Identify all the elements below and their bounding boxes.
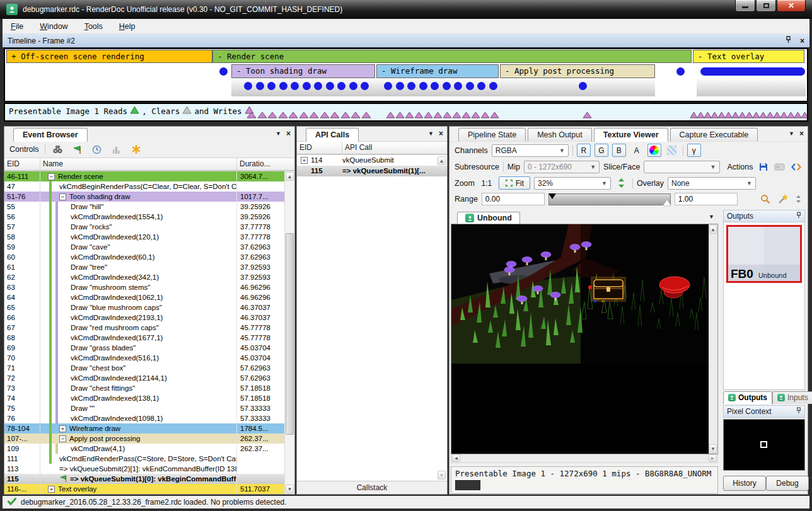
scroll-down-icon[interactable]: ▼ [286, 485, 294, 493]
event-row[interactable]: 64vkCmdDrawIndexed(1062,1)46.96296 [4, 292, 284, 302]
find-icon[interactable] [51, 143, 65, 156]
event-row[interactable]: 51-76−Toon shading draw1017.7... [4, 192, 284, 202]
callstack-footer[interactable]: Callstack [297, 481, 447, 494]
draw-events-bar[interactable] [700, 67, 805, 76]
write-marker-triangle[interactable] [288, 112, 298, 118]
draw-event-dot[interactable] [396, 82, 404, 90]
overlay-select[interactable]: None▼ [668, 177, 756, 190]
event-row[interactable]: 76vkCmdDrawIndexed(1098,1)57.33333 [4, 413, 284, 423]
draw-event-dot[interactable] [579, 82, 587, 90]
panel-close-icon[interactable]: × [439, 129, 443, 138]
open-resource-icon[interactable] [790, 161, 803, 174]
write-marker-triangle[interactable] [278, 112, 288, 118]
panel-close-icon[interactable]: × [286, 129, 291, 138]
write-marker-triangle[interactable] [361, 112, 371, 118]
event-row[interactable]: 71Draw "chest box"57.62963 [4, 363, 284, 373]
flip-y-icon[interactable] [615, 176, 629, 190]
tab-pipeline-state[interactable]: Pipeline State [458, 128, 526, 141]
col-eid[interactable]: EID [297, 142, 342, 154]
write-marker-triangle[interactable] [340, 112, 351, 118]
write-marker-triangle[interactable] [405, 112, 414, 118]
draw-event-dot[interactable] [489, 82, 497, 90]
write-marker-triangle[interactable] [299, 112, 309, 118]
event-row[interactable]: 58vkCmdDrawIndexed(120,1)37.77778 [4, 232, 284, 242]
menu-item-file[interactable]: File [3, 20, 32, 33]
timeline-marker[interactable]: - Text overlay [693, 50, 804, 63]
sliceface-select[interactable]: ▼ [644, 161, 719, 173]
draw-event-dot[interactable] [267, 82, 276, 90]
draw-event-dot[interactable] [407, 82, 415, 90]
panel-close-icon[interactable]: × [799, 129, 804, 138]
col-api-call[interactable]: API Call [342, 142, 447, 154]
scroll-right-icon[interactable]: ► [709, 454, 717, 462]
tab-capture-executable[interactable]: Capture Executable [670, 128, 758, 141]
event-row[interactable]: 46-111−Render scene3064.7... [4, 171, 284, 181]
write-marker-triangle[interactable] [330, 112, 340, 118]
event-row[interactable]: 56vkCmdDrawIndexed(1554,1)39.25926 [4, 212, 284, 222]
draw-event-dot[interactable] [361, 82, 369, 90]
write-marker-triangle[interactable] [246, 112, 257, 118]
mip-select[interactable]: 0 - 1272x690▼ [524, 161, 600, 173]
colorwheel-toggle[interactable] [647, 144, 661, 157]
write-marker-triangle[interactable] [471, 112, 480, 118]
tab-inputs[interactable]: Inputs [772, 391, 812, 404]
pixel-context-view[interactable] [723, 419, 805, 471]
draw-event-dot[interactable] [256, 82, 264, 90]
write-marker-triangle[interactable] [443, 112, 452, 118]
range-black-handle[interactable] [548, 193, 556, 199]
scroll-left-icon[interactable]: ◄ [452, 454, 460, 462]
draw-event-dot[interactable] [431, 82, 439, 90]
range-max-input[interactable]: 1.00 [675, 193, 738, 205]
checkerboard-toggle[interactable] [665, 144, 679, 157]
blue-channel-toggle[interactable]: B [612, 144, 626, 157]
write-marker-triangle[interactable] [267, 112, 277, 118]
zoom-1to1-button[interactable]: 1:1 [478, 176, 495, 190]
draw-event-dot[interactable] [291, 82, 299, 90]
red-channel-toggle[interactable]: R [577, 144, 591, 157]
event-row[interactable]: 69Draw "grass blades"45.03704 [4, 343, 284, 353]
write-marker-triangle[interactable] [433, 112, 443, 118]
green-channel-toggle[interactable]: G [594, 144, 608, 157]
pin-icon[interactable] [796, 212, 801, 221]
timeline-marker[interactable]: + Off-screen scene rendering [6, 50, 212, 63]
scroll-down-icon[interactable]: ▼ [438, 471, 446, 479]
api-calls-header[interactable]: EID API Call [297, 141, 447, 154]
scroll-down-icon[interactable]: ▼ [709, 444, 717, 453]
scroll-up-icon[interactable]: ▲ [438, 156, 446, 165]
event-row[interactable]: 111vkCmdEndRenderPass(C=Store, D=Store, … [4, 454, 284, 464]
col-eid[interactable]: EID [4, 158, 40, 170]
viewport-vscrollbar[interactable]: ▲ ▼ [709, 224, 717, 454]
draw-event-dot[interactable] [349, 82, 357, 90]
clock-icon[interactable] [90, 143, 104, 156]
event-row[interactable]: 62vkCmdDrawIndexed(342,1)37.92593 [4, 272, 284, 282]
event-row[interactable]: 65Draw "blue mushroom caps"46.37037 [4, 302, 284, 313]
maximize-button[interactable] [756, 0, 776, 12]
draw-event-dot[interactable] [419, 82, 427, 90]
write-marker-triangle[interactable] [583, 112, 592, 118]
scroll-up-icon[interactable]: ▲ [709, 225, 717, 234]
close-icon[interactable]: × [800, 37, 804, 45]
api-call-row[interactable]: 115=> vkQueueSubmit(1)[... [297, 166, 447, 176]
event-row[interactable]: 78-104+Wireframe draw1784.5... [4, 423, 284, 433]
event-row[interactable]: 67Draw "red mushroom caps"45.77778 [4, 323, 284, 333]
fb0-thumbnail[interactable]: FB0 Unbound [726, 225, 802, 283]
pin-icon[interactable] [786, 36, 791, 45]
tab-outputs[interactable]: Outputs [723, 391, 772, 404]
timeline-canvas[interactable]: + Off-screen scene rendering- Render sce… [4, 48, 808, 102]
menu-item-help[interactable]: Help [111, 20, 144, 33]
event-row[interactable]: 68vkCmdDrawIndexed(1677,1)45.77778 [4, 333, 284, 343]
timeline-marker[interactable]: - Wireframe draw [376, 64, 499, 78]
tab-event-browser[interactable]: Event Browser [13, 128, 88, 142]
asterisk-icon[interactable] [129, 143, 143, 156]
pin-icon[interactable] [796, 407, 801, 416]
draw-event-dot[interactable] [337, 82, 345, 90]
debug-button[interactable]: Debug [766, 476, 809, 491]
menu-item-tools[interactable]: Tools [76, 20, 111, 33]
event-row[interactable]: 63Draw "mushroom stems"46.96296 [4, 282, 284, 292]
texture-tab-unbound[interactable]: Unbound [457, 212, 520, 224]
panel-menu-icon[interactable]: ▼ [276, 130, 281, 137]
event-row[interactable]: 113=> vkQueueSubmit(2)[1]: vkEndCommandB… [4, 464, 284, 474]
bookmark-flag-icon[interactable] [71, 143, 84, 156]
texture-viewport[interactable]: ▲ ▼ [451, 224, 718, 454]
event-row[interactable]: 55Draw "hill"39.25926 [4, 202, 284, 212]
